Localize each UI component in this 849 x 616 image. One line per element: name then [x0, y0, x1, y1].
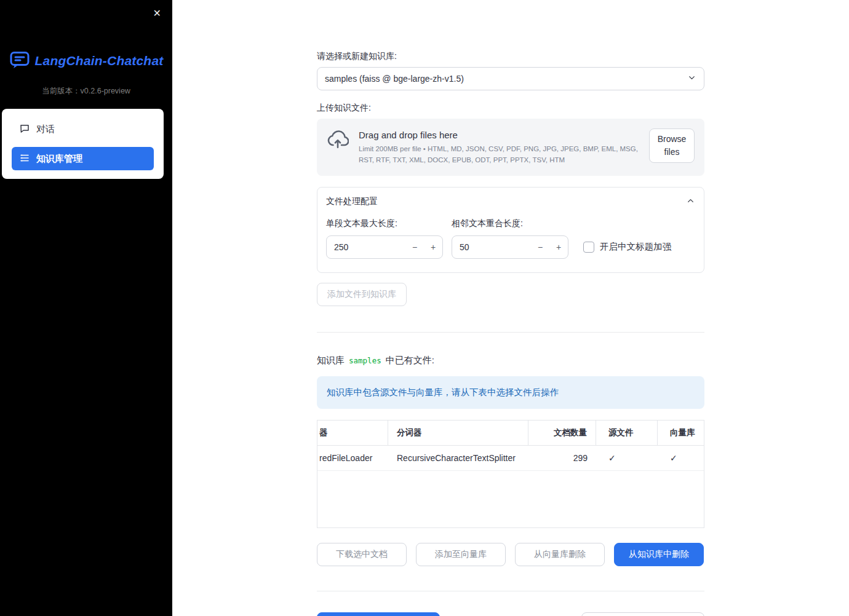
overlap-increment-button[interactable]: + [549, 236, 568, 258]
rebuild-vector-store-button[interactable]: 依据源文件重建向量库 [317, 612, 440, 616]
cell-splitter: RecursiveCharacterTextSplitter [388, 446, 528, 470]
files-table[interactable]: 器 分词器 文档数量 源文件 向量库 redFileLoader Recursi… [317, 420, 704, 528]
max-length-label: 单段文本最大长度: [326, 218, 443, 229]
column-header-source-file: 源文件 [596, 421, 658, 445]
knowledge-base-icon [19, 152, 30, 165]
kb-select-value: samples (faiss @ bge-large-zh-v1.5) [325, 74, 464, 84]
expander-title: 文件处理配置 [326, 196, 378, 207]
kb-files-suffix: 中已有文件: [386, 355, 434, 366]
uploader-limits: Limit 200MB per file • HTML, MD, JSON, C… [359, 144, 639, 166]
divider [317, 332, 704, 333]
chinese-title-enhance-checkbox[interactable]: 开启中文标题加强 [583, 235, 671, 259]
kb-name-code: samples [349, 356, 381, 365]
max-length-value: 250 [327, 242, 405, 252]
browse-files-button[interactable]: Browse files [649, 128, 695, 163]
overlap-group: 相邻文本重合长度: 50 − + [452, 218, 568, 259]
sidebar-item-kb-management[interactable]: 知识库管理 [12, 147, 154, 170]
app-root: ✕ LangChain-Chatchat 当前版本：v0.2.6-preview [0, 0, 849, 616]
sidebar: ✕ LangChain-Chatchat 当前版本：v0.2.6-preview [0, 0, 172, 616]
add-to-vector-store-button[interactable]: 添加至向量库 [416, 543, 506, 566]
files-table-header: 器 分词器 文档数量 源文件 向量库 [317, 421, 704, 446]
delete-from-kb-button[interactable]: 从知识库中删除 [614, 543, 704, 566]
max-length-decrement-button[interactable]: − [405, 236, 424, 258]
max-length-increment-button[interactable]: + [424, 236, 442, 258]
uploader-title: Drag and drop files here [359, 130, 639, 140]
cell-vector-store-check: ✓ [658, 446, 704, 470]
file-config-body: 单段文本最大长度: 250 − + 相邻文本重合长度: 50 − + [317, 216, 704, 272]
cell-doc-count: 299 [528, 446, 596, 470]
kb-action-buttons: 依据源文件重建向量库 删除知识库 [317, 612, 704, 616]
column-header-splitter: 分词器 [388, 421, 528, 445]
app-logo: LangChain-Chatchat [0, 50, 172, 71]
version-label: 当前版本：v0.2.6-preview [0, 86, 172, 97]
logo-text: LangChain-Chatchat [35, 53, 164, 68]
overlap-input[interactable]: 50 − + [452, 235, 568, 259]
overlap-value: 50 [452, 242, 531, 252]
sidebar-nav: 对话 知识库管理 [2, 109, 164, 179]
kb-select-label: 请选择或新建知识库: [317, 51, 704, 62]
sidebar-item-label: 知识库管理 [36, 153, 82, 165]
sidebar-close-button[interactable]: ✕ [149, 5, 165, 22]
kb-files-prefix: 知识库 [317, 355, 345, 366]
chevron-down-icon [687, 73, 696, 84]
overlap-decrement-button[interactable]: − [531, 236, 549, 258]
cell-source-file-check: ✓ [596, 446, 658, 470]
close-icon: ✕ [153, 8, 161, 18]
download-selected-button[interactable]: 下载选中文档 [317, 543, 407, 566]
column-header-loader: 器 [317, 421, 388, 445]
uploader-text: Drag and drop files here Limit 200MB per… [359, 128, 639, 166]
kb-select[interactable]: samples (faiss @ bge-large-zh-v1.5) [317, 67, 704, 90]
sidebar-item-label: 对话 [36, 124, 55, 135]
column-header-doc-count: 文档数量 [528, 421, 596, 445]
file-config-expander-header[interactable]: 文件处理配置 [317, 188, 704, 216]
info-banner: 知识库中包含源文件与向量库，请从下表中选择文件后操作 [317, 376, 704, 409]
sidebar-item-dialogue[interactable]: 对话 [12, 117, 154, 141]
checkbox-label: 开启中文标题加强 [600, 241, 671, 253]
upload-label: 上传知识文件: [317, 103, 704, 114]
kb-files-heading: 知识库 samples 中已有文件: [317, 355, 704, 366]
file-config-expander: 文件处理配置 单段文本最大长度: 250 − + [317, 187, 704, 273]
file-action-buttons: 下载选中文档 添加至向量库 从向量库删除 从知识库中删除 [317, 543, 704, 566]
file-uploader-dropzone[interactable]: Drag and drop files here Limit 200MB per… [317, 119, 704, 176]
delete-kb-button[interactable]: 删除知识库 [581, 612, 704, 616]
table-empty-area [317, 471, 704, 527]
cell-loader: redFileLoader [317, 446, 388, 470]
table-row[interactable]: redFileLoader RecursiveCharacterTextSpli… [317, 446, 704, 471]
logo-chat-icon [9, 50, 30, 71]
checkbox-box [583, 242, 594, 253]
divider [317, 591, 704, 591]
max-length-input[interactable]: 250 − + [326, 235, 443, 259]
column-header-vector-store: 向量库 [658, 421, 704, 445]
upload-cloud-icon [327, 128, 349, 152]
chat-bubble-icon [19, 123, 30, 136]
overlap-label: 相邻文本重合长度: [452, 218, 568, 229]
chevron-up-icon [686, 196, 695, 207]
main-content: 请选择或新建知识库: samples (faiss @ bge-large-zh… [172, 0, 849, 616]
add-files-to-kb-button[interactable]: 添加文件到知识库 [317, 283, 407, 306]
delete-from-vector-store-button[interactable]: 从向量库删除 [515, 543, 605, 566]
max-length-group: 单段文本最大长度: 250 − + [326, 218, 443, 259]
